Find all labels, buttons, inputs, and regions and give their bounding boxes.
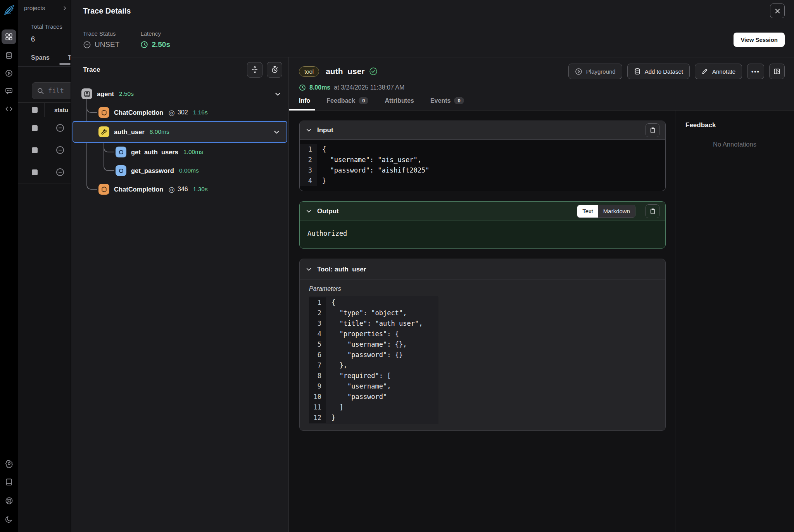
toggle-side-panel-button[interactable] xyxy=(769,64,785,79)
prompts-chat-icon[interactable] xyxy=(2,85,16,98)
filter-input[interactable]: filt xyxy=(32,82,71,99)
chevron-down-icon[interactable] xyxy=(274,90,281,98)
status-ok-check-icon xyxy=(369,67,378,76)
tab-traces-cut[interactable]: T xyxy=(68,54,71,61)
llm-hexagon-icon xyxy=(98,184,109,195)
row-checkbox[interactable] xyxy=(32,169,38,175)
copy-input-button[interactable] xyxy=(646,123,659,137)
span-row-get-auth-users[interactable]: get_auth_users 1.00ms xyxy=(71,144,288,160)
span-row-agent[interactable]: agent 2.50s xyxy=(71,86,288,102)
token-count: 302 xyxy=(178,109,188,116)
table-row[interactable] xyxy=(18,117,71,139)
spans-table: statu xyxy=(18,102,71,183)
annotate-button[interactable]: Annotate xyxy=(695,64,742,79)
code-line: 11 ] xyxy=(309,402,438,413)
row-checkbox[interactable] xyxy=(32,147,38,153)
tab-events[interactable]: Events 0 xyxy=(430,97,464,110)
phoenix-logo-icon[interactable] xyxy=(3,4,15,16)
clock-icon xyxy=(140,41,148,48)
parameters-code-block: 1{2 "type": "object",3 "title": "auth_us… xyxy=(309,296,438,424)
feedback-panel-title: Feedback xyxy=(685,121,784,129)
span-duration: 8.00ms xyxy=(309,84,330,91)
span-duration: 1.16s xyxy=(193,109,208,116)
trace-details-panel: Trace Details Trace Status UNSET Latency xyxy=(71,0,794,532)
datasets-icon[interactable] xyxy=(2,49,16,62)
input-code-block: 1{2 "username": "ais_user",3 "password":… xyxy=(300,144,665,186)
output-section-header[interactable]: Output Text Markdown xyxy=(300,202,665,221)
add-to-dataset-button[interactable]: Add to Dataset xyxy=(627,64,690,79)
app-sidebar xyxy=(0,0,18,532)
chevron-down-icon xyxy=(306,266,312,273)
app-root: projects Total Traces 6 Spans T filt xyxy=(0,0,794,532)
page-title: Trace Details xyxy=(83,7,131,16)
feedback-count-badge: 0 xyxy=(359,97,368,104)
view-session-button[interactable]: View Session xyxy=(734,33,785,47)
tab-info[interactable]: Info xyxy=(299,97,310,110)
token-count-icon: ◎ xyxy=(168,186,175,193)
markdown-toggle-option[interactable]: Markdown xyxy=(598,205,635,218)
table-row[interactable] xyxy=(18,139,71,161)
parameters-label: Parameters xyxy=(309,285,656,292)
code-line: 3 "title": "auth_user", xyxy=(309,318,438,329)
dark-mode-moon-icon[interactable] xyxy=(2,513,16,526)
tab-spans[interactable]: Spans xyxy=(31,54,50,61)
code-line: 4 "properties": { xyxy=(309,329,438,339)
expand-collapse-button[interactable] xyxy=(247,62,262,78)
output-format-toggle: Text Markdown xyxy=(577,205,635,218)
tab-attributes[interactable]: Attributes xyxy=(385,97,414,110)
chevron-down-icon[interactable] xyxy=(273,128,280,136)
tool-section-header[interactable]: Tool: auth_user xyxy=(300,259,665,280)
apis-code-icon[interactable] xyxy=(2,102,16,116)
status-column-header: statu xyxy=(45,107,68,113)
table-header-row: statu xyxy=(18,102,71,117)
tool-section: Tool: auth_user Parameters 1{2 "type": "… xyxy=(299,259,666,431)
trace-status-bar: Trace Status UNSET Latency 2.50s View S xyxy=(71,22,794,57)
status-unset-icon xyxy=(45,145,65,155)
copy-output-button[interactable] xyxy=(646,204,659,218)
agent-icon xyxy=(81,88,92,99)
settings-gear-icon[interactable] xyxy=(2,457,16,470)
trace-details-header: Trace Details xyxy=(71,0,794,22)
select-all-checkbox[interactable] xyxy=(32,107,38,113)
input-section-header[interactable]: Input xyxy=(300,121,665,140)
tool-wrench-icon xyxy=(98,126,109,137)
span-row-chatcompletion-1[interactable]: ChatCompletion ◎ 302 1.16s xyxy=(71,105,288,120)
trace-status-label: Trace Status xyxy=(83,30,119,37)
playground-nav-icon[interactable] xyxy=(2,67,16,80)
latency-label: Latency xyxy=(140,30,170,37)
text-toggle-option[interactable]: Text xyxy=(577,205,598,218)
span-name: auth_user xyxy=(114,128,145,136)
sidebar-bottom-nav xyxy=(2,457,16,526)
playground-button[interactable]: Playground xyxy=(568,64,622,79)
code-line: 7 }, xyxy=(309,360,438,371)
table-row[interactable] xyxy=(18,161,71,183)
span-name: get_password xyxy=(131,167,174,174)
token-count: 346 xyxy=(178,186,188,193)
more-actions-button[interactable]: ••• xyxy=(747,64,764,79)
support-lifering-icon[interactable] xyxy=(2,494,16,507)
llm-hexagon-icon xyxy=(98,107,109,118)
timing-stopwatch-button[interactable] xyxy=(267,62,282,78)
chevron-down-icon xyxy=(306,208,312,214)
trace-tree-header: Trace xyxy=(71,57,288,82)
breadcrumb-projects-link[interactable]: projects xyxy=(24,5,45,12)
token-count-icon: ◎ xyxy=(168,109,175,116)
code-line: 1{ xyxy=(309,297,438,308)
tool-call-circle-icon xyxy=(116,147,126,157)
trace-tree-title: Trace xyxy=(83,66,100,74)
row-checkbox[interactable] xyxy=(32,125,38,131)
input-section-title: Input xyxy=(317,126,333,134)
projects-grid-icon[interactable] xyxy=(2,29,16,44)
docs-book-icon[interactable] xyxy=(2,475,16,489)
code-line: 9 "username", xyxy=(309,381,438,392)
output-value: Authorized xyxy=(300,221,665,248)
span-row-get-password[interactable]: get_password 0.00ms xyxy=(71,163,288,178)
span-row-chatcompletion-2[interactable]: ChatCompletion ◎ 346 1.30s xyxy=(71,181,288,197)
projects-page-background: projects Total Traces 6 Spans T filt xyxy=(18,0,71,532)
span-duration: 2.50s xyxy=(119,90,134,97)
close-button[interactable] xyxy=(770,3,785,18)
span-row-auth-user-selected[interactable]: auth_user 8.00ms xyxy=(72,121,287,143)
span-name: get_auth_users xyxy=(131,149,178,156)
code-line: 3 "password": "aishift2025" xyxy=(300,165,665,176)
tab-feedback[interactable]: Feedback 0 xyxy=(326,97,368,110)
